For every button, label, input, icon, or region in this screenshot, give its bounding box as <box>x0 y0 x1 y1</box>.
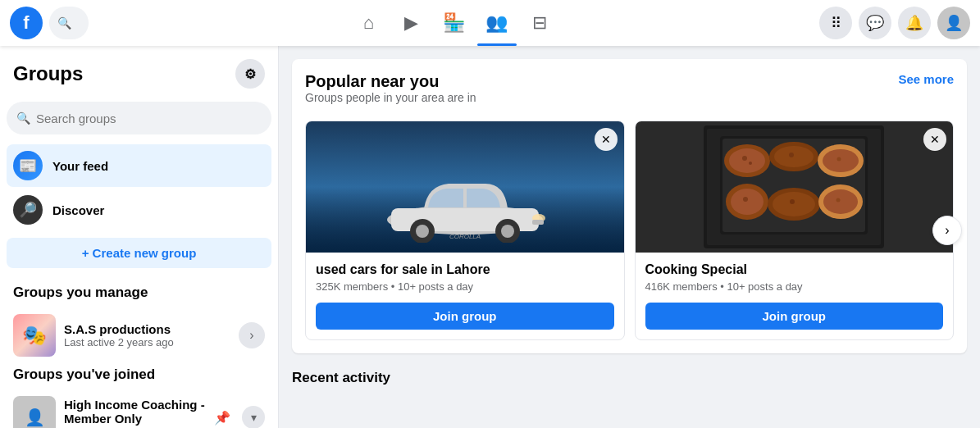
manage-section-title: Groups you manage <box>7 281 271 307</box>
cooking-group-body: Cooking Special 416K members • 10+ posts… <box>636 253 954 339</box>
marketplace-nav-button[interactable]: 🏪 <box>435 3 474 43</box>
svg-point-5 <box>501 225 514 238</box>
nav-center: ⌂ ▶ 🏪 👥 ⊟ <box>89 3 819 43</box>
discover-label: Discover <box>52 203 104 217</box>
joined-group-sub: Last active a week ago <box>64 426 206 429</box>
next-button[interactable]: › <box>932 216 962 245</box>
discover-icon: 🔎 <box>13 195 43 225</box>
nav-right: ⠿ 💬 🔔 👤 <box>819 7 970 39</box>
messenger-button[interactable]: 💬 <box>859 7 891 39</box>
svg-point-23 <box>742 156 747 161</box>
gear-icon: ⚙ <box>244 66 256 82</box>
create-group-label: + Create new group <box>82 246 197 260</box>
car-members: 325K members <box>316 280 388 293</box>
popular-subtitle: Groups people in your area are in <box>305 91 476 104</box>
notifications-button[interactable]: 🔔 <box>898 7 931 39</box>
cooking-activity: 10+ posts a day <box>727 280 802 293</box>
recent-activity-title: Recent activity <box>292 367 967 389</box>
expand-button[interactable]: ▾ <box>242 406 265 428</box>
cooking-group-name: Cooking Special <box>645 262 944 277</box>
managed-group-name: S.A.S productions <box>64 322 230 336</box>
top-nav: f 🔍 ⌂ ▶ 🏪 👥 ⊟ ⠿ 💬 🔔 👤 <box>0 0 980 46</box>
nav-left: f 🔍 <box>10 7 89 39</box>
home-nav-button[interactable]: ⌂ <box>349 3 389 43</box>
close-cooking-group-button[interactable]: ✕ <box>923 128 946 151</box>
feed-icon: 📰 <box>13 151 43 180</box>
car-activity: 10+ posts a day <box>398 280 473 293</box>
sidebar-title-row: Groups ⚙ <box>7 56 271 95</box>
car-dot: • <box>391 280 398 293</box>
svg-point-20 <box>773 192 815 216</box>
svg-point-22 <box>823 189 858 214</box>
card-header: Popular near you Groups people in your a… <box>305 72 954 117</box>
join-car-group-button[interactable]: Join group <box>316 303 614 330</box>
feed-label: Your feed <box>52 159 108 173</box>
svg-point-29 <box>836 198 841 203</box>
car-group-body: used cars for sale in Lahore 325K member… <box>306 253 624 339</box>
close-car-group-button[interactable]: ✕ <box>595 128 618 151</box>
joined-group-item[interactable]: 👤 High Income Coaching - Member Only Las… <box>7 389 271 428</box>
car-svg: COROLLA <box>375 169 555 243</box>
popular-near-you-card: Popular near you Groups people in your a… <box>292 59 967 353</box>
fb-logo-letter: f <box>23 12 29 34</box>
see-more-link[interactable]: See more <box>898 72 954 86</box>
svg-point-26 <box>837 157 841 162</box>
joined-group-thumb: 👤 <box>13 396 56 428</box>
join-cooking-group-button[interactable]: Join group <box>645 303 944 330</box>
groups-title: Groups <box>13 62 83 85</box>
svg-point-27 <box>743 197 748 202</box>
managed-group-thumb: 🎭 <box>13 314 56 357</box>
svg-point-12 <box>729 148 765 173</box>
search-icon: 🔍 <box>16 112 30 125</box>
joined-group-name: High Income Coaching - Member Only <box>64 398 206 426</box>
search-wrap: 🔍 <box>7 102 271 134</box>
popular-title: Popular near you <box>305 72 476 91</box>
user-avatar[interactable]: 👤 <box>937 7 970 39</box>
car-image: COROLLA ✕ <box>306 121 624 253</box>
cooking-group-meta: 416K members • 10+ posts a day <box>645 280 944 293</box>
group-card-cooking: ✕ Cooking Special 416K members • 10+ pos… <box>635 121 955 340</box>
groups-grid-wrap: COROLLA ✕ used cars for sale in Lahore <box>305 121 954 340</box>
apps-button[interactable]: ⠿ <box>819 7 852 39</box>
groups-nav-button[interactable]: 👥 <box>477 3 517 43</box>
managed-group-item[interactable]: 🎭 S.A.S productions Last active 2 years … <box>7 307 271 363</box>
card-title-wrap: Popular near you Groups people in your a… <box>305 72 476 117</box>
cooking-members: 416K members <box>645 280 718 293</box>
joined-group-info: High Income Coaching - Member Only Last … <box>64 398 206 429</box>
main-layout: Groups ⚙ 🔍 📰 Your feed 🔎 Discover + Crea… <box>0 46 980 428</box>
chicken-visual <box>716 132 872 242</box>
main-content: Popular near you Groups people in your a… <box>279 46 980 428</box>
sidebar-item-feed[interactable]: 📰 Your feed <box>7 144 271 187</box>
sidebar: Groups ⚙ 🔍 📰 Your feed 🔎 Discover + Crea… <box>0 46 279 428</box>
recent-activity-section: Recent activity <box>292 367 967 389</box>
svg-point-25 <box>789 153 794 157</box>
svg-rect-8 <box>532 220 544 225</box>
nav-search-icon: 🔍 <box>57 16 71 30</box>
groups-grid: COROLLA ✕ used cars for sale in Lahore <box>305 121 954 340</box>
svg-point-28 <box>790 199 795 204</box>
facebook-logo: f <box>10 7 43 39</box>
svg-point-16 <box>823 149 859 172</box>
joined-section-title: Groups you've joined <box>7 363 271 389</box>
sidebar-item-discover[interactable]: 🔎 Discover <box>7 189 271 231</box>
gaming-nav-button[interactable]: ⊟ <box>520 3 559 43</box>
svg-point-3 <box>416 225 429 238</box>
managed-group-chevron[interactable]: › <box>239 322 265 348</box>
managed-group-info: S.A.S productions Last active 2 years ag… <box>64 322 230 348</box>
chicken-svg <box>716 132 872 239</box>
chicken-tray <box>704 125 884 248</box>
svg-point-14 <box>774 146 814 167</box>
car-group-name: used cars for sale in Lahore <box>316 262 614 277</box>
svg-text:COROLLA: COROLLA <box>449 233 481 240</box>
svg-point-18 <box>731 189 763 215</box>
create-group-button[interactable]: + Create new group <box>7 238 271 268</box>
managed-group-sub: Last active 2 years ago <box>64 336 230 348</box>
svg-point-24 <box>749 162 752 165</box>
pin-icon[interactable]: 📌 <box>214 410 230 426</box>
nav-search-wrap: 🔍 <box>49 7 89 39</box>
search-groups-input[interactable] <box>7 102 271 134</box>
gear-button[interactable]: ⚙ <box>235 59 265 89</box>
video-nav-button[interactable]: ▶ <box>392 3 431 43</box>
chicken-image: ✕ <box>636 121 954 253</box>
car-group-meta: 325K members • 10+ posts a day <box>316 280 614 293</box>
